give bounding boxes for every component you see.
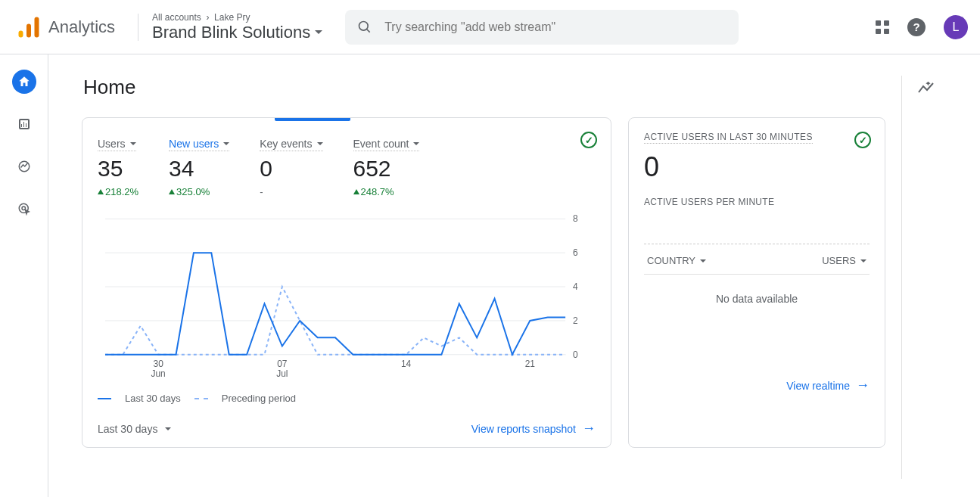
metric-delta: -	[260, 186, 322, 197]
svg-text:21: 21	[525, 359, 536, 369]
svg-text:07: 07	[277, 359, 288, 369]
metric-users[interactable]: Users35 218.2%	[98, 138, 138, 197]
help-icon[interactable]: ?	[907, 18, 926, 36]
app-header: Analytics All accounts › Lake Pry Brand …	[0, 0, 980, 54]
metric-new-users[interactable]: New users34 325.0%	[169, 138, 229, 197]
caret-down-icon	[130, 142, 136, 145]
svg-point-3	[359, 21, 369, 30]
metric-label: Event count	[353, 138, 420, 151]
crumb-accounts: All accounts	[152, 12, 201, 23]
avatar[interactable]: L	[944, 15, 968, 39]
caret-down-icon	[413, 142, 419, 145]
metric-label: New users	[169, 138, 229, 151]
legend-current-label: Last 30 days	[125, 393, 181, 404]
caret-down-icon	[315, 30, 322, 34]
svg-text:Jul: Jul	[276, 368, 288, 379]
arrow-right-icon: →	[582, 421, 596, 436]
page-title: Home	[83, 76, 888, 99]
arrow-right-icon: →	[856, 377, 870, 393]
view-reports-link[interactable]: View reports snapshot →	[471, 421, 596, 436]
no-data-message: No data available	[644, 275, 870, 373]
metric-key-events[interactable]: Key events0-	[260, 138, 322, 197]
svg-rect-2	[35, 17, 39, 37]
caret-down-icon	[223, 142, 229, 145]
header-divider	[138, 14, 138, 41]
legend-prev-label: Preceding period	[222, 393, 296, 404]
property-selector[interactable]: All accounts › Lake Pry Brand Blink Solu…	[152, 12, 322, 42]
side-nav	[0, 54, 48, 497]
target-click-icon	[17, 202, 31, 216]
svg-rect-1	[26, 23, 31, 37]
chart-area: 0246830Jun07Jul1421	[98, 211, 596, 385]
search-bar[interactable]	[345, 10, 739, 45]
metric-delta: 325.0%	[169, 186, 229, 197]
insights-panel-toggle[interactable]	[901, 76, 953, 479]
status-check-icon[interactable]: ✓	[854, 132, 871, 148]
nav-explore[interactable]	[12, 154, 36, 179]
realtime-value: 0	[644, 151, 870, 183]
legend-swatch-prev	[194, 398, 208, 399]
up-arrow-icon	[353, 189, 359, 194]
nav-advertising[interactable]	[12, 197, 36, 221]
chart-legend: Last 30 days Preceding period	[98, 393, 596, 404]
status-check-icon[interactable]: ✓	[580, 132, 597, 148]
view-realtime-link[interactable]: View realtime →	[644, 377, 870, 393]
metric-label: Key events	[260, 138, 322, 151]
metrics-row: Users35 218.2%New users34 325.0%Key even…	[98, 132, 596, 197]
realtime-title: ACTIVE USERS IN LAST 30 MINUTES	[644, 132, 813, 144]
analytics-logo-icon	[15, 14, 42, 41]
svg-text:2: 2	[573, 315, 578, 326]
period-label: Last 30 days	[98, 423, 157, 435]
caret-down-icon	[860, 259, 866, 262]
crumb-parent: Lake Pry	[214, 12, 250, 23]
country-column-header[interactable]: COUNTRY	[647, 255, 706, 266]
search-icon	[357, 20, 372, 35]
insights-sparkle-icon	[918, 82, 938, 97]
up-arrow-icon	[98, 189, 104, 194]
bar-chart-icon	[19, 119, 30, 129]
up-arrow-icon	[169, 189, 175, 194]
svg-text:14: 14	[401, 359, 412, 369]
svg-text:30: 30	[153, 359, 163, 369]
metric-label: Users	[98, 138, 136, 151]
product-logo-block[interactable]: Analytics	[6, 14, 124, 41]
property-name: Brand Blink Solutions	[152, 23, 310, 42]
product-name: Analytics	[48, 17, 115, 37]
metric-value: 0	[260, 156, 322, 182]
metric-value: 35	[98, 156, 138, 182]
metric-delta: 248.7%	[353, 186, 420, 197]
svg-rect-0	[19, 30, 23, 37]
active-tab-indicator	[275, 118, 350, 121]
metric-value: 652	[353, 156, 420, 182]
apps-icon[interactable]	[876, 20, 889, 34]
metric-delta: 218.2%	[98, 186, 138, 197]
breadcrumb: All accounts › Lake Pry	[152, 12, 322, 23]
metric-value: 34	[169, 156, 229, 182]
search-input[interactable]	[383, 20, 726, 35]
svg-text:0: 0	[573, 349, 578, 360]
svg-line-4	[367, 29, 370, 32]
caret-down-icon	[700, 259, 706, 262]
home-icon	[17, 75, 31, 89]
overview-card: ✓ Users35 218.2%New users34 325.0%Key ev…	[82, 117, 611, 448]
svg-text:4: 4	[573, 281, 578, 292]
metric-event-count[interactable]: Event count652 248.7%	[353, 138, 420, 197]
realtime-card: ✓ ACTIVE USERS IN LAST 30 MINUTES 0 ACTI…	[628, 117, 885, 448]
caret-down-icon	[317, 142, 323, 145]
realtime-subtitle: ACTIVE USERS PER MINUTE	[644, 197, 870, 207]
caret-down-icon	[165, 427, 171, 430]
period-selector[interactable]: Last 30 days	[98, 423, 171, 435]
legend-swatch-current	[98, 398, 111, 399]
view-reports-label: View reports snapshot	[471, 423, 576, 435]
svg-text:8: 8	[573, 213, 578, 224]
explore-icon	[17, 160, 31, 173]
svg-text:Jun: Jun	[151, 368, 166, 379]
nav-home[interactable]	[12, 70, 36, 94]
users-column-header[interactable]: USERS	[822, 255, 866, 266]
line-chart: 0246830Jun07Jul1421	[98, 211, 596, 385]
svg-text:6: 6	[573, 247, 578, 258]
view-realtime-label: View realtime	[786, 380, 850, 392]
divider	[644, 244, 870, 244]
nav-reports[interactable]	[12, 112, 36, 136]
